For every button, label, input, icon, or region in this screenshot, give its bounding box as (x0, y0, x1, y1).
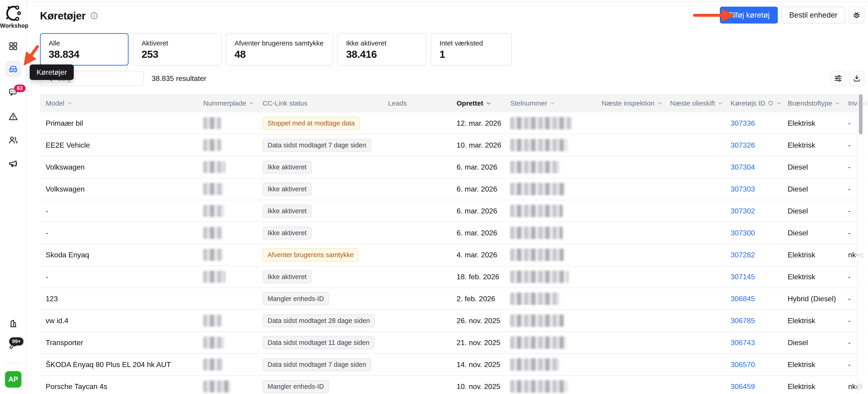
sidebar-item-alerts[interactable] (5, 108, 22, 125)
column-header-oil[interactable]: Næste olieskift (664, 94, 725, 112)
table-row[interactable]: ŠKODA Enyaq 80 Plus EL 204 hk AUT Data s… (40, 354, 868, 376)
debug-button[interactable] (849, 7, 864, 24)
model-cell: vw id.4 (46, 316, 68, 325)
messages-count-badge: 63 (14, 85, 26, 92)
table-row[interactable]: - Ikke aktiveret 6. mar. 2026 307300 Die… (40, 222, 868, 244)
sidebar-item-dashboard[interactable] (5, 38, 22, 54)
table-row[interactable]: Transporter Data sidst modtaget 11 dage … (40, 332, 868, 354)
table-row[interactable]: Primaær bil Stoppet med at modtage data … (40, 112, 868, 134)
chevron-down-icon (834, 100, 840, 106)
order-units-button[interactable]: Bestil enheder (781, 7, 845, 24)
created-date-cell: 12. mar. 2026 (451, 112, 504, 134)
info-icon[interactable] (90, 11, 98, 20)
cclink-status-badge: Ikke aktiveret (262, 204, 312, 218)
column-label: Brændstoftype (788, 100, 832, 107)
sidebar-item-organization[interactable] (5, 315, 22, 332)
fuel-type-cell: Elektrisk (782, 244, 842, 265)
arrow-to-vehicles-icon (26, 47, 37, 63)
column-settings-button[interactable] (831, 71, 846, 86)
table-row[interactable]: 123 Mangler enheds-ID 2. feb. 2026 30684… (40, 288, 868, 310)
chevron-down-icon (776, 100, 782, 106)
model-cell: Primaær bil (46, 119, 83, 128)
filter-card-label: Aktiveret (142, 39, 214, 47)
sliders-icon (834, 74, 842, 83)
filter-card[interactable]: Alle 38.834 (40, 33, 128, 65)
fuel-type-cell: Elektrisk (782, 354, 842, 375)
filter-card-value: 38.416 (346, 49, 419, 60)
next-oil-change-cell (664, 288, 725, 309)
page-title-row: Køretøjer (40, 9, 98, 22)
column-header-leads: Leads (382, 94, 451, 112)
scrollbar-thumb[interactable] (859, 94, 863, 134)
fuel-type-cell: Elektrisk (782, 310, 842, 331)
table-row[interactable]: Volkswagen Ikke aktiveret 6. mar. 2026 3… (40, 178, 868, 200)
vehicle-id-link[interactable]: 306743 (731, 338, 755, 347)
sidebar-item-customers[interactable] (5, 132, 22, 148)
top-hairline (0, 1, 868, 2)
table-row[interactable]: EE2E Vehicle Data sidst modtaget 7 dage … (40, 134, 868, 156)
sidebar-item-campaigns[interactable] (5, 156, 22, 172)
vehicle-id-link[interactable]: 307304 (731, 163, 755, 171)
model-cell: Porsche Taycan 4s (46, 382, 107, 391)
column-header-vin[interactable]: Stelnummer (504, 94, 596, 112)
column-header-fuel[interactable]: Brændstoftype (782, 94, 842, 112)
column-header-vehicle_id[interactable]: Køretøjs ID (725, 94, 782, 112)
column-header-created[interactable]: Oprettet (451, 94, 504, 112)
vin-redacted (510, 271, 568, 283)
filter-card[interactable]: Intet værksted 1 (431, 33, 512, 65)
next-oil-change-cell (664, 178, 725, 200)
vehicle-id-link[interactable]: 307282 (731, 251, 755, 259)
license-plate-redacted (203, 227, 222, 239)
filter-card[interactable]: Ikke aktiveret 38.416 (337, 33, 427, 65)
top-actions: Tilføj køretøj Bestil enheder (720, 7, 864, 24)
created-date-cell: 14. nov. 2025 (451, 354, 504, 375)
license-plate-redacted (203, 205, 224, 217)
cclink-status-badge: Ikke aktiveret (262, 270, 312, 283)
chevron-down-icon (657, 100, 663, 106)
table-row[interactable]: Volkswagen Ikke aktiveret 6. mar. 2026 3… (40, 156, 868, 178)
vehicle-id-link[interactable]: 307326 (731, 141, 755, 149)
filter-card[interactable]: Aktiveret 253 (133, 33, 221, 65)
column-header-model[interactable]: Model (40, 94, 197, 112)
table-row[interactable]: Porsche Taycan 4s Mangler enheds-ID 10. … (40, 376, 868, 394)
filter-card[interactable]: Afventer brugerens samtykke 48 (226, 33, 333, 65)
table-row[interactable]: vw id.4 Data sidst modtaget 28 dage side… (40, 310, 868, 332)
chevron-down-icon (67, 100, 72, 106)
vehicle-id-link[interactable]: 307300 (731, 229, 755, 237)
users-icon (8, 135, 19, 145)
table-row[interactable]: Skoda Enyaq Afventer brugerens samtykke … (40, 244, 868, 266)
column-header-plate[interactable]: Nummerplade (197, 94, 257, 112)
vehicle-id-link[interactable]: 307302 (731, 207, 755, 215)
vehicle-id-link[interactable]: 306459 (731, 382, 755, 391)
column-label: Oprettet (457, 100, 483, 107)
next-oil-change-cell (664, 244, 725, 265)
model-cell: EE2E Vehicle (46, 141, 90, 149)
brand-label: Workshop (0, 22, 27, 29)
vehicle-id-link[interactable]: 306785 (731, 316, 755, 325)
table-row[interactable]: - Ikke aktiveret 6. mar. 2026 307302 Die… (40, 200, 868, 222)
vin-redacted (510, 183, 565, 195)
export-button[interactable] (849, 71, 864, 86)
vehicle-id-link[interactable]: 306570 (731, 360, 755, 369)
column-label: Stelnummer (510, 100, 547, 107)
column-label: CC-Link status (262, 100, 308, 107)
vehicle-id-link[interactable]: 307303 (731, 185, 755, 193)
add-vehicle-button[interactable]: Tilføj køretøj (720, 7, 778, 24)
cclink-status-badge: Mangler enheds-ID (262, 292, 329, 305)
leads-cell (382, 266, 451, 287)
user-avatar[interactable]: AP (5, 371, 22, 388)
vin-redacted (510, 380, 567, 393)
column-header-inspection[interactable]: Næste inspektion (596, 94, 664, 112)
cclink-status-badge: Data sidst modtaget 7 dage siden (262, 358, 371, 371)
fuel-type-cell: Diesel (782, 178, 842, 200)
vehicle-id-link[interactable]: 307145 (731, 273, 755, 281)
license-plate-redacted (203, 381, 231, 392)
fuel-type-cell: Hybrid (Diesel) (782, 288, 842, 309)
table-row[interactable]: - Ikke aktiveret 18. feb. 2026 307145 El… (40, 266, 868, 288)
vehicle-id-link[interactable]: 307336 (731, 119, 755, 128)
fuel-type-cell: Diesel (782, 332, 842, 353)
model-cell: Volkswagen (46, 185, 85, 193)
sidebar-item-vehicles[interactable] (5, 61, 22, 78)
vehicle-id-link[interactable]: 306845 (731, 294, 755, 303)
table-body: Primaær bil Stoppet med at modtage data … (40, 112, 868, 394)
